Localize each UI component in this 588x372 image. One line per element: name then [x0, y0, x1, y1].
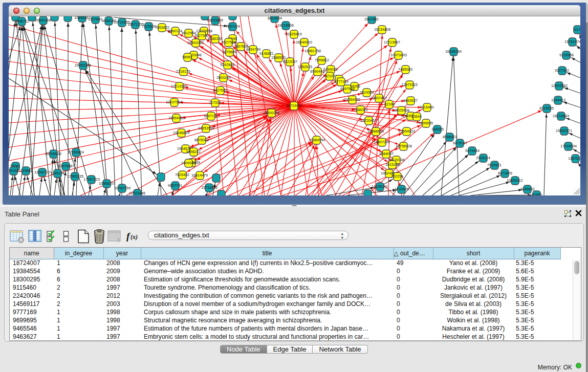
svg-text:8454749: 8454749: [246, 47, 260, 52]
svg-text:2055712: 2055712: [15, 19, 29, 24]
svg-text:9115460: 9115460: [420, 105, 433, 110]
svg-text:8186328: 8186328: [208, 36, 222, 41]
svg-text:8813054: 8813054: [268, 16, 282, 20]
svg-text:8215955: 8215955: [539, 106, 554, 111]
svg-text:f: f: [126, 231, 130, 242]
svg-text:8660124: 8660124: [168, 29, 182, 33]
svg-text:1409948: 1409948: [181, 161, 195, 165]
svg-text:17957223: 17957223: [83, 177, 100, 182]
svg-text:8471676: 8471676: [498, 171, 512, 176]
svg-text:7632621: 7632621: [487, 163, 502, 167]
svg-text:16782759: 16782759: [114, 186, 130, 190]
svg-text:1615132: 1615132: [385, 162, 400, 167]
svg-text:18724007: 18724007: [286, 103, 302, 108]
svg-text:8912954: 8912954: [182, 31, 196, 35]
svg-text:2803144: 2803144: [216, 75, 231, 80]
svg-text:3267130: 3267130: [204, 114, 218, 118]
svg-text:92450: 92450: [532, 192, 542, 195]
svg-text:9327500: 9327500: [194, 33, 209, 38]
svg-text:7386372: 7386372: [354, 107, 368, 112]
svg-text:16154808: 16154808: [374, 27, 390, 32]
svg-text:9242848: 9242848: [220, 62, 234, 67]
svg-text:8958923: 8958923: [443, 135, 457, 139]
svg-text:12923446: 12923446: [129, 191, 145, 195]
svg-text:19218506: 19218506: [277, 23, 294, 28]
svg-text:6794028: 6794028: [323, 67, 338, 72]
svg-text:12505135: 12505135: [67, 174, 83, 179]
svg-text:6497568: 6497568: [340, 86, 355, 91]
svg-text:164095: 164095: [431, 127, 444, 132]
svg-text:9474444: 9474444: [465, 148, 480, 153]
svg-text:1244413: 1244413: [551, 98, 565, 102]
svg-text:16961758: 16961758: [304, 49, 321, 53]
svg-text:29053346: 29053346: [75, 63, 91, 68]
svg-text:21364436: 21364436: [344, 97, 360, 102]
svg-text:7663822: 7663822: [155, 25, 169, 30]
svg-text:20206536: 20206536: [45, 151, 61, 156]
svg-text:62160: 62160: [384, 102, 395, 106]
svg-text:10958107: 10958107: [99, 181, 115, 186]
svg-text:10807487: 10807487: [371, 96, 387, 100]
svg-text:9857791: 9857791: [168, 183, 182, 188]
svg-text:1167534: 1167534: [568, 156, 580, 161]
svg-text:9245652: 9245652: [520, 187, 535, 191]
svg-text:16914479: 16914479: [191, 173, 208, 178]
svg-text:3675685: 3675685: [222, 50, 236, 54]
svg-text:19166829: 19166829: [173, 130, 189, 135]
svg-text:252254: 252254: [391, 174, 403, 179]
svg-text:98961: 98961: [182, 55, 192, 59]
svg-text:9227342: 9227342: [555, 68, 569, 73]
svg-text:2087682: 2087682: [364, 17, 379, 21]
svg-text:12213389: 12213389: [171, 84, 187, 89]
svg-text:5498222: 5498222: [186, 149, 201, 154]
svg-text:12213967: 12213967: [384, 40, 400, 45]
svg-text:19654983: 19654983: [168, 116, 185, 120]
svg-text:2935114: 2935114: [476, 156, 490, 160]
svg-text:16210643: 16210643: [553, 114, 569, 118]
svg-text:1527602: 1527602: [88, 17, 102, 21]
svg-text:15692971: 15692971: [556, 128, 572, 133]
svg-text:11172: 11172: [573, 27, 580, 32]
svg-text:10107554: 10107554: [166, 100, 182, 104]
svg-text:16543382: 16543382: [187, 40, 204, 45]
svg-text:16640910: 16640910: [296, 40, 312, 45]
svg-text:10688609: 10688609: [367, 129, 384, 134]
svg-text:9777169: 9777169: [334, 79, 349, 84]
svg-text:2718176: 2718176: [176, 69, 190, 74]
svg-text:16033809: 16033809: [207, 18, 223, 23]
svg-text:8322037: 8322037: [283, 59, 297, 64]
svg-text:19654923: 19654923: [399, 129, 415, 134]
svg-text:15720407: 15720407: [360, 118, 377, 123]
svg-text:9129966: 9129966: [559, 53, 574, 57]
svg-text:3624554: 3624554: [360, 90, 374, 95]
svg-text:(x): (x): [130, 233, 138, 240]
svg-text:10025438: 10025438: [393, 108, 409, 113]
svg-text:19384554: 19384554: [309, 138, 325, 142]
svg-text:1362615: 1362615: [298, 64, 312, 69]
svg-text:16648784: 16648784: [445, 49, 462, 54]
svg-text:10975887: 10975887: [58, 164, 74, 168]
svg-text:7625402: 7625402: [175, 172, 189, 177]
svg-text:11325419: 11325419: [286, 32, 301, 36]
svg-text:39154: 39154: [9, 168, 18, 173]
svg-text:6479197: 6479197: [453, 141, 467, 145]
svg-text:17016504: 17016504: [560, 144, 577, 148]
svg-text:18807249: 18807249: [374, 140, 390, 144]
svg-text:9463627: 9463627: [403, 98, 418, 103]
svg-text:10654112: 10654112: [507, 178, 522, 183]
svg-text:8678342: 8678342: [194, 138, 209, 142]
svg-text:8990448: 8990448: [310, 69, 324, 74]
svg-text:17159924: 17159924: [68, 150, 84, 155]
svg-text:18300295: 18300295: [263, 111, 279, 115]
svg-text:15751074: 15751074: [564, 39, 580, 44]
svg-text:1215682: 1215682: [18, 168, 33, 173]
svg-text:12093582: 12093582: [551, 83, 568, 88]
svg-text:9084067: 9084067: [379, 151, 394, 156]
svg-text:10756928: 10756928: [396, 144, 412, 148]
svg-text:8427552: 8427552: [213, 88, 227, 93]
svg-text:15716485: 15716485: [201, 185, 217, 190]
svg-text:7485083: 7485083: [398, 67, 412, 72]
svg-text:7955812: 7955812: [315, 58, 329, 62]
svg-text:1733426: 1733426: [395, 187, 409, 191]
svg-text:15644: 15644: [411, 114, 422, 119]
